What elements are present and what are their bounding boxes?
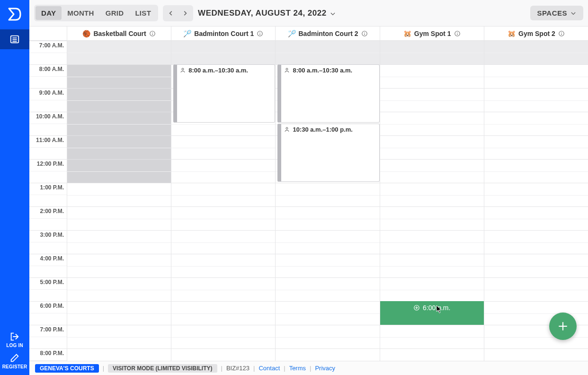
- event-block[interactable]: 8:00 a.m.–10:30 a.m.: [173, 64, 275, 123]
- date-nav: [163, 5, 193, 21]
- column-gym-2[interactable]: [484, 41, 588, 361]
- person-icon: [284, 126, 290, 132]
- time-label: 2:00 P.M.: [40, 208, 64, 214]
- person-icon: [180, 67, 186, 73]
- svg-point-19: [182, 68, 184, 70]
- event-block[interactable]: 8:00 a.m.–10:30 a.m.: [277, 64, 379, 123]
- separator: |: [253, 365, 255, 372]
- separator: |: [103, 365, 104, 372]
- topbar: DAY MONTH GRID LIST WEDNESDAY, AUGUST 24…: [29, 0, 588, 27]
- column-header-gym-1[interactable]: 🐹 Gym Spot 1: [380, 27, 484, 40]
- column-header-gym-2[interactable]: 🐹 Gym Spot 2: [484, 27, 588, 40]
- chevron-left-icon: [168, 10, 174, 17]
- spaces-label: SPACES: [537, 9, 567, 17]
- edit-icon: [9, 353, 20, 363]
- prev-day-button[interactable]: [164, 7, 178, 20]
- view-switcher: DAY MONTH GRID LIST: [34, 5, 158, 21]
- time-label: 8:00 P.M.: [40, 350, 64, 357]
- column-badminton-2[interactable]: 8:00 a.m.–10:30 a.m. 10:30 a.m.–1:00 p.m…: [276, 41, 380, 361]
- privacy-link[interactable]: Privacy: [315, 365, 335, 372]
- column-emoji: 🏸: [288, 30, 296, 37]
- event-time: 10:30 a.m.–1:00 p.m.: [293, 126, 352, 133]
- info-icon[interactable]: [361, 30, 368, 37]
- time-label: 10:00 A.M.: [36, 113, 64, 120]
- column-title: Gym Spot 1: [414, 30, 451, 37]
- column-gym-1[interactable]: 6:00 p.m.: [380, 41, 484, 361]
- tab-month[interactable]: MONTH: [62, 6, 100, 20]
- event-time: 8:00 a.m.–10:30 a.m.: [188, 67, 248, 74]
- event-time: 8:00 a.m.–10:30 a.m.: [293, 67, 352, 74]
- login-icon: [9, 331, 20, 342]
- register-label: REGISTER: [2, 364, 27, 369]
- column-emoji: 🐹: [403, 30, 411, 37]
- info-icon[interactable]: [257, 30, 263, 37]
- next-day-button[interactable]: [178, 7, 192, 20]
- time-gutter: 7:00 A.M. 8:00 A.M. 9:00 A.M. 10:00 A.M.…: [29, 41, 67, 361]
- svg-point-21: [286, 127, 288, 129]
- column-header-badminton-1[interactable]: 🏸 Badminton Court 1: [171, 27, 276, 40]
- column-emoji: 🐹: [508, 30, 516, 37]
- add-booking-fab[interactable]: [549, 312, 577, 340]
- date-label: WEDNESDAY, AUGUST 24, 2022: [198, 9, 327, 18]
- tab-list[interactable]: LIST: [129, 6, 157, 20]
- info-icon[interactable]: [149, 30, 156, 37]
- cursor-icon: [436, 305, 443, 315]
- time-label: 12:00 P.M.: [37, 161, 64, 167]
- column-emoji: 🏸: [183, 30, 191, 37]
- tab-grid[interactable]: GRID: [100, 6, 130, 20]
- column-badminton-1[interactable]: 8:00 a.m.–10:30 a.m.: [171, 41, 276, 361]
- info-icon[interactable]: [454, 30, 461, 37]
- column-title: Basketball Court: [93, 30, 146, 37]
- time-gutter-header: [29, 27, 67, 40]
- calendar-column-headers: 🏀 Basketball Court 🏸 Badminton Court 1 🏸…: [29, 27, 588, 41]
- svg-point-20: [286, 68, 288, 70]
- contact-link[interactable]: Contact: [258, 365, 280, 372]
- person-icon: [284, 67, 290, 73]
- org-pill[interactable]: GENEVA'S COURTS: [35, 364, 99, 373]
- chevron-down-icon: [330, 10, 336, 17]
- tab-day[interactable]: DAY: [36, 6, 62, 20]
- app-logo-icon[interactable]: [6, 6, 23, 23]
- event-block[interactable]: 10:30 a.m.–1:00 p.m.: [277, 124, 379, 182]
- calendar-body: 7:00 A.M. 8:00 A.M. 9:00 A.M. 10:00 A.M.…: [29, 41, 588, 361]
- time-label: 7:00 P.M.: [40, 326, 64, 333]
- terms-link[interactable]: Terms: [289, 365, 306, 372]
- time-label: 8:00 A.M.: [39, 66, 64, 72]
- svg-point-6: [152, 32, 152, 32]
- column-basketball[interactable]: [67, 41, 171, 361]
- time-label: 4:00 P.M.: [40, 255, 64, 262]
- sidebar: LOG IN REGISTER: [0, 0, 29, 375]
- column-title: Badminton Court 2: [299, 30, 358, 37]
- sidebar-item-schedule[interactable]: [0, 29, 29, 49]
- column-title: Gym Spot 2: [518, 30, 555, 37]
- chevron-down-icon: [570, 10, 577, 17]
- separator: |: [284, 365, 285, 372]
- main-area: DAY MONTH GRID LIST WEDNESDAY, AUGUST 24…: [29, 0, 588, 375]
- new-booking-slot[interactable]: 6:00 p.m.: [380, 301, 484, 325]
- spaces-button[interactable]: SPACES: [530, 6, 583, 20]
- svg-point-12: [364, 32, 365, 32]
- separator: |: [221, 365, 223, 372]
- register-button[interactable]: REGISTER: [0, 351, 29, 375]
- separator: |: [310, 365, 311, 372]
- time-label: 6:00 P.M.: [40, 303, 64, 309]
- time-label: 3:00 P.M.: [40, 232, 64, 238]
- chevron-right-icon: [182, 10, 188, 17]
- column-header-badminton-2[interactable]: 🏸 Badminton Court 2: [276, 27, 380, 40]
- time-label: 11:00 A.M.: [36, 137, 64, 143]
- column-header-basketball[interactable]: 🏀 Basketball Court: [67, 27, 171, 40]
- list-icon: [9, 34, 20, 45]
- svg-point-18: [561, 32, 561, 32]
- time-label: 1:00 P.M.: [40, 184, 64, 191]
- info-icon[interactable]: [558, 30, 565, 37]
- login-label: LOG IN: [6, 343, 23, 348]
- column-emoji: 🏀: [82, 30, 90, 37]
- time-label: 5:00 P.M.: [40, 279, 64, 286]
- time-label: 9:00 A.M.: [39, 89, 64, 96]
- plus-circle-icon: [413, 304, 420, 311]
- login-button[interactable]: LOG IN: [0, 330, 29, 351]
- date-picker[interactable]: WEDNESDAY, AUGUST 24, 2022: [198, 9, 336, 18]
- svg-point-9: [260, 32, 260, 32]
- time-label: 7:00 A.M.: [39, 42, 64, 49]
- biz-id: BIZ#123: [226, 365, 249, 372]
